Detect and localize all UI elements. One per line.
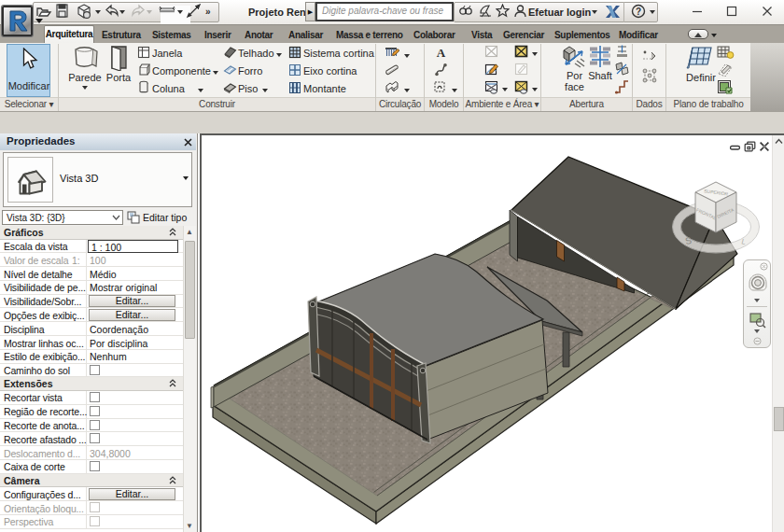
svg-text:?: ? <box>636 7 641 17</box>
svg-text:A: A <box>437 46 446 59</box>
